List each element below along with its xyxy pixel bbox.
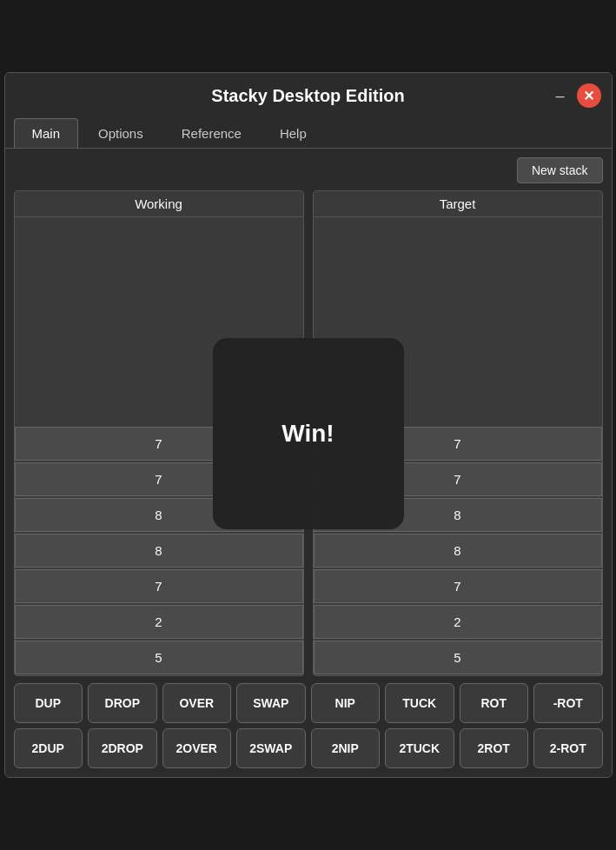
2nip-button[interactable]: 2NIP — [311, 728, 381, 768]
tab-options[interactable]: Options — [80, 118, 162, 148]
title-bar: Stacky Desktop Edition – ✕ — [5, 73, 612, 118]
stacks-container: Working 7 7 8 8 7 2 5 Target — [14, 190, 603, 676]
win-overlay[interactable]: Win! — [213, 338, 404, 529]
list-item: 2 — [314, 605, 602, 639]
list-item[interactable]: 7 — [15, 569, 303, 603]
list-item: 7 — [314, 569, 602, 603]
tab-bar: Main Options Reference Help — [5, 118, 612, 149]
window-controls: – ✕ — [550, 83, 600, 108]
2neg-rot-button[interactable]: 2-ROT — [533, 728, 603, 768]
target-stack-header: Target — [314, 191, 602, 217]
tab-main[interactable]: Main — [14, 118, 79, 148]
tab-help[interactable]: Help — [262, 118, 325, 148]
rot-button[interactable]: ROT — [460, 683, 529, 723]
working-stack-header: Working — [15, 191, 303, 217]
win-text: Win! — [282, 420, 334, 448]
tab-reference[interactable]: Reference — [163, 118, 260, 148]
over-button[interactable]: OVER — [162, 683, 232, 723]
minimize-button[interactable]: – — [550, 86, 569, 105]
operations-area: DUP DROP OVER SWAP NIP TUCK ROT -ROT 2DU… — [14, 683, 603, 768]
list-item[interactable]: 2 — [15, 605, 303, 639]
new-stack-button[interactable]: New stack — [517, 157, 603, 183]
swap-button[interactable]: SWAP — [236, 683, 306, 723]
2swap-button[interactable]: 2SWAP — [236, 728, 306, 768]
drop-button[interactable]: DROP — [88, 683, 157, 723]
2rot-button[interactable]: 2ROT — [460, 728, 529, 768]
list-item: 8 — [314, 534, 602, 568]
tuck-button[interactable]: TUCK — [385, 683, 454, 723]
2drop-button[interactable]: 2DROP — [88, 728, 157, 768]
2tuck-button[interactable]: 2TUCK — [385, 728, 454, 768]
2over-button[interactable]: 2OVER — [162, 728, 232, 768]
main-window: Stacky Desktop Edition – ✕ Main Options … — [4, 72, 613, 778]
ops-row-1: DUP DROP OVER SWAP NIP TUCK ROT -ROT — [14, 683, 603, 723]
list-item[interactable]: 8 — [15, 534, 303, 568]
list-item[interactable]: 5 — [15, 641, 303, 674]
neg-rot-button[interactable]: -ROT — [533, 683, 603, 723]
dup-button[interactable]: DUP — [14, 683, 83, 723]
nip-button[interactable]: NIP — [311, 683, 381, 723]
ops-row-2: 2DUP 2DROP 2OVER 2SWAP 2NIP 2TUCK 2ROT 2… — [14, 728, 603, 768]
main-content: New stack Working 7 7 8 8 7 2 5 — [5, 149, 612, 777]
close-button[interactable]: ✕ — [577, 83, 601, 108]
window-title: Stacky Desktop Edition — [211, 86, 404, 106]
toolbar: New stack — [14, 157, 603, 183]
list-item: 5 — [314, 641, 602, 674]
2dup-button[interactable]: 2DUP — [14, 728, 83, 768]
